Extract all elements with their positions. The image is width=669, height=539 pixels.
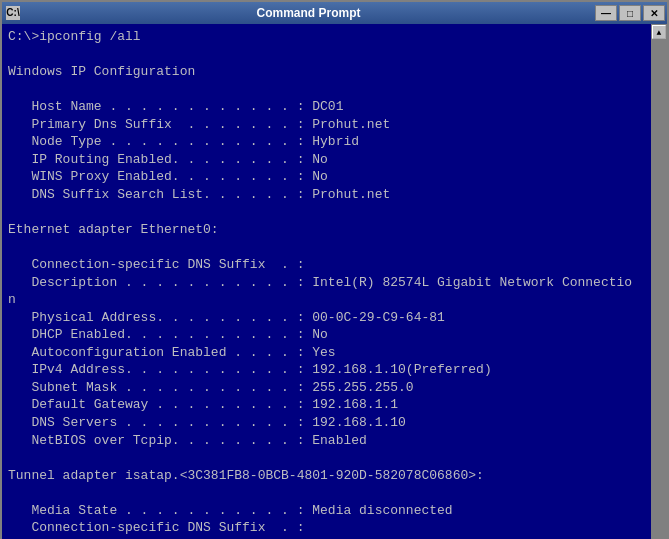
title-bar-title: Command Prompt bbox=[24, 6, 593, 20]
maximize-button[interactable]: □ bbox=[619, 5, 641, 21]
title-bar-controls: — □ ✕ bbox=[593, 5, 667, 21]
title-bar-left: C:\ bbox=[2, 6, 24, 20]
window-body: C:\>ipconfig /all Windows IP Configurati… bbox=[2, 24, 667, 539]
close-button[interactable]: ✕ bbox=[643, 5, 665, 21]
console-area: C:\>ipconfig /all Windows IP Configurati… bbox=[2, 24, 651, 539]
minimize-button[interactable]: — bbox=[595, 5, 617, 21]
scrollbar[interactable]: ▲ ▼ bbox=[651, 24, 667, 539]
command-prompt-window: C:\ Command Prompt — □ ✕ C:\>ipconfig /a… bbox=[0, 0, 669, 539]
console-output[interactable]: C:\>ipconfig /all Windows IP Configurati… bbox=[2, 24, 651, 539]
title-bar: C:\ Command Prompt — □ ✕ bbox=[2, 2, 667, 24]
scroll-up-button[interactable]: ▲ bbox=[652, 25, 666, 39]
app-icon: C:\ bbox=[6, 6, 20, 20]
